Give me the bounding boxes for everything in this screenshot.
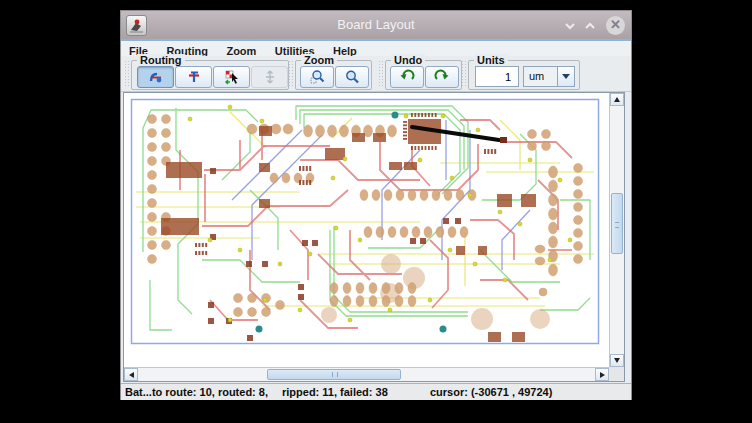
pad-layer-tan: [148, 115, 583, 317]
units-unit-value: um: [524, 67, 557, 86]
move-button[interactable]: [251, 66, 288, 88]
zoom-group: Zoom: [295, 60, 372, 90]
units-group: Units um: [468, 60, 580, 90]
units-value-input[interactable]: [475, 66, 519, 87]
vertical-scrollbar[interactable]: [609, 93, 624, 367]
zoom-group-label: Zoom: [301, 54, 337, 66]
titlebar[interactable]: Board Layout ✕: [121, 11, 631, 41]
window-title: Board Layout: [121, 17, 631, 32]
zoom-region-icon: [309, 69, 325, 85]
scrollbar-corner: [609, 367, 624, 381]
unroute-icon: [186, 69, 202, 85]
status-route-counts: Bat...to route: 10, routed: 8,: [125, 386, 268, 398]
pcb-board-svg: [124, 93, 609, 367]
toolbar-grip[interactable]: [378, 60, 384, 87]
horizontal-scroll-thumb[interactable]: [267, 369, 401, 380]
maximize-button[interactable]: [583, 19, 599, 33]
toolbar: Routing: [121, 56, 631, 92]
status-cursor-position: cursor: (-30671 , 49724): [430, 386, 552, 398]
vertical-scroll-thumb[interactable]: [611, 193, 623, 254]
finish-route-button[interactable]: [213, 66, 250, 88]
route-button[interactable]: [137, 66, 174, 88]
scroll-right-button[interactable]: [595, 368, 609, 381]
redo-button[interactable]: [425, 66, 459, 88]
zoom-out-icon: [344, 69, 360, 85]
unroute-button[interactable]: [175, 66, 212, 88]
board-scrollpane: [123, 92, 625, 382]
horizontal-scrollbar[interactable]: [124, 367, 609, 381]
board-canvas[interactable]: [124, 93, 609, 367]
undo-icon: [399, 69, 415, 85]
triangle-down-icon: [614, 358, 620, 366]
finish-route-icon: [224, 69, 240, 85]
scroll-down-button[interactable]: [610, 354, 624, 367]
zoom-region-button[interactable]: [300, 66, 334, 88]
routing-group-label: Routing: [137, 54, 185, 66]
triangle-left-icon: [126, 372, 134, 378]
zoom-out-button[interactable]: [335, 66, 369, 88]
undo-group-label: Undo: [391, 54, 425, 66]
route-icon: [148, 69, 164, 85]
triangle-up-icon: [614, 94, 620, 102]
minimize-button[interactable]: [563, 19, 579, 33]
routing-group: Routing: [131, 60, 289, 90]
redo-icon: [434, 69, 450, 85]
board-layout-window: Board Layout ✕ File Routing Zoom Utiliti…: [120, 10, 632, 400]
move-icon: [262, 69, 278, 85]
close-button[interactable]: ✕: [606, 16, 625, 35]
status-ripped-failed: ripped: 11, failed: 38: [282, 386, 388, 398]
menubar: File Routing Zoom Utilities Help: [121, 41, 631, 56]
triangle-right-icon: [600, 372, 608, 378]
scroll-up-button[interactable]: [610, 93, 624, 106]
scroll-left-button[interactable]: [124, 368, 138, 381]
undo-group: Undo: [385, 60, 462, 90]
statusbar: Bat...to route: 10, routed: 8, ripped: 1…: [121, 383, 631, 400]
toolbar-grip[interactable]: [124, 60, 130, 87]
airline-target-pad: [500, 137, 507, 143]
chevron-down-icon[interactable]: [557, 67, 574, 86]
units-group-label: Units: [474, 54, 508, 66]
units-unit-select[interactable]: um: [523, 66, 575, 87]
undo-button[interactable]: [390, 66, 424, 88]
